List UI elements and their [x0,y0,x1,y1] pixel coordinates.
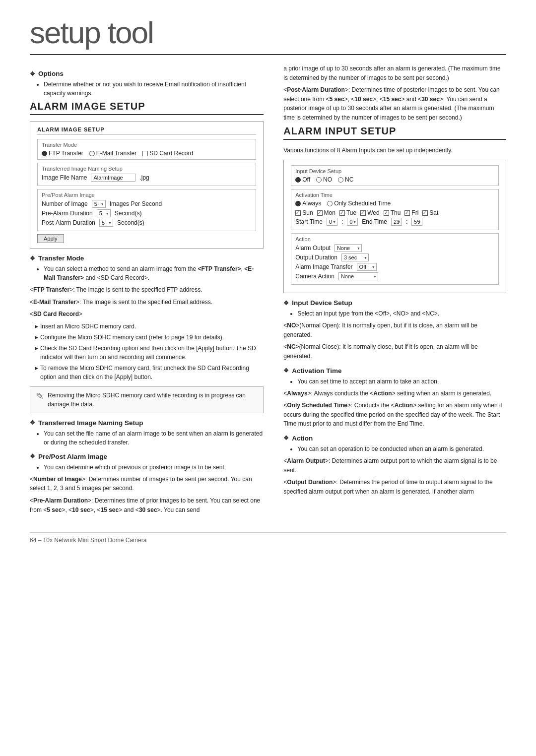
sd-step-2: Configure the Micro SDHC memory card (re… [35,333,264,342]
nc-option[interactable]: NC [338,176,353,183]
transfer-mode-list: You can select a method to send an alarm… [30,264,264,282]
footer: 64 – 10x Network Mini Smart Dome Camera [30,532,506,544]
input-device-box-label: Input Device Setup [295,168,494,174]
pre-alarm-label: Pre-Alarm Duration [42,210,93,217]
image-file-name-input[interactable]: AlarmImage [91,174,135,182]
action-group: Action Alarm Output None Output Duration… [291,233,499,285]
post-alarm-select[interactable]: 5 [99,219,113,227]
camera-action-select[interactable]: None [338,272,378,280]
transfer-mode-label: Transfer Mode [42,142,252,148]
tue-day[interactable]: Tue [339,209,356,216]
naming-group: Transferred Image Naming Setup Image Fil… [37,163,256,186]
page-title: setup tool [30,15,506,55]
always-desc: <Always>: Always conducts the <Action> s… [283,389,506,398]
always-option[interactable]: Always [295,200,321,207]
post-alarm-row: Post-Alarm Duration 5 Second(s) [42,219,252,227]
naming-body: You can set the file name of an alarm im… [44,429,264,447]
no-radio[interactable] [316,177,322,183]
mon-checkbox[interactable] [317,210,323,216]
end-time-label: End Time [362,218,387,225]
ftp-transfer-option[interactable]: FTP Transfer [42,150,83,157]
wed-day[interactable]: Wed [360,209,379,216]
activation-list: You can set time to accept an alarm to t… [283,377,506,386]
start-time-label: Start Time [295,218,323,225]
post-alarm-unit: Second(s) [117,219,144,226]
ftp-transfer-radio[interactable] [42,151,47,156]
start-hour-select[interactable]: 0 [327,218,337,226]
tue-checkbox[interactable] [339,210,345,216]
sd-card-checkbox[interactable] [142,151,148,156]
sat-day[interactable]: Sat [422,209,438,216]
ftp-transfer-label: FTP Transfer [49,150,83,157]
thu-checkbox[interactable] [384,210,389,216]
prepost-body: You can determine which of previous or p… [44,463,264,472]
mon-label: Mon [324,209,335,216]
scheduled-option[interactable]: Only Scheduled Time [327,200,391,207]
number-of-image-label: Number of Image [42,200,88,207]
off-label: Off [302,176,310,183]
off-radio[interactable] [295,177,301,183]
alarm-image-transfer-select[interactable]: Off [357,263,377,271]
right-column: a prior image of up to 30 seconds after … [283,64,506,517]
naming-label: Transferred Image Naming Setup [42,166,252,172]
action-body: You can set an operation to be conducted… [297,444,506,453]
prepost-list: You can determine which of previous or p… [30,463,264,472]
transfer-mode-group: Transfer Mode FTP Transfer E-Mail Transf… [37,139,256,160]
normal-open-desc: <NO>(Normal Open): It is normally open, … [283,321,506,339]
end-hour-select[interactable]: 23 [391,218,402,226]
mon-day[interactable]: Mon [317,209,335,216]
time-row: Start Time 0 : 0 End Time 23 : 59 [295,218,494,226]
end-min-select[interactable]: 59 [411,218,422,226]
image-file-ext: .jpg [139,174,149,181]
off-option[interactable]: Off [295,176,310,183]
camera-action-label: Camera Action [295,273,335,280]
output-duration-select[interactable]: 3 sec [341,253,369,261]
sat-checkbox[interactable] [422,210,428,216]
sd-card-option[interactable]: SD Card Record [142,150,193,157]
alarm-output-desc: <Alarm Output>: Determines alarm output … [283,456,506,475]
sd-steps-list: Insert an Micro SDHC memory card. Config… [30,322,264,381]
fri-checkbox[interactable] [404,210,410,216]
post-alarm-label: Post-Alarm Duration [42,219,95,226]
prepost-alarm-group: Pre/Post Alarm Image Number of Image 5 I… [37,189,256,231]
activation-body: You can set time to accept an alarm to t… [297,377,506,386]
sun-checkbox[interactable] [295,210,301,216]
prepost-title: Pre/Post Alarm Image [30,453,264,460]
wed-checkbox[interactable] [360,210,366,216]
wed-label: Wed [367,209,379,216]
email-transfer-radio[interactable] [89,151,95,156]
alarm-output-select[interactable]: None [335,244,362,252]
output-duration-row: Output Duration 3 sec [295,253,494,261]
thu-label: Thu [391,209,401,216]
sd-card-label: SD Card Record [149,150,193,157]
number-of-image-select[interactable]: 5 [92,200,106,208]
pre-alarm-select[interactable]: 5 [97,209,111,217]
apply-button[interactable]: Apply [37,234,64,243]
continued-text: a prior image of up to 30 seconds after … [283,64,506,82]
note-icon: ✎ [36,391,44,402]
scheduled-desc: <Only Scheduled Time>: Conducts the <Act… [283,401,506,429]
thu-day[interactable]: Thu [384,209,401,216]
email-transfer-option[interactable]: E-Mail Transfer [89,150,136,157]
tue-label: Tue [346,209,356,216]
pre-alarm-desc: <Pre-Alarm Duration>: Determines time of… [30,496,264,514]
no-option[interactable]: NO [316,176,332,183]
email-transfer-label: E-Mail Transfer [96,150,136,157]
transfer-mode-radio-group: FTP Transfer E-Mail Transfer SD Card Rec… [42,150,252,157]
input-device-radio-group: Off NO NC [295,176,494,183]
image-file-name-label: Image File Name [42,174,87,181]
pre-alarm-unit: Second(s) [115,210,142,217]
sun-day[interactable]: Sun [295,209,313,216]
output-duration-label: Output Duration [295,254,337,261]
always-radio[interactable] [295,201,301,206]
scheduled-radio[interactable] [327,201,333,206]
num-images-row: Number of Image 5 Images Per Second [42,200,252,208]
start-min-select[interactable]: 0 [347,218,358,226]
alarm-input-box: Input Device Setup Off NO NC [283,160,506,293]
sd-step-4: To remove the Micro SDHC memory card, fi… [35,364,264,381]
input-device-group: Input Device Setup Off NO NC [291,165,499,186]
images-per-second-label: Images Per Second [110,200,162,207]
nc-radio[interactable] [338,177,343,183]
sun-label: Sun [302,209,313,216]
fri-day[interactable]: Fri [404,209,418,216]
